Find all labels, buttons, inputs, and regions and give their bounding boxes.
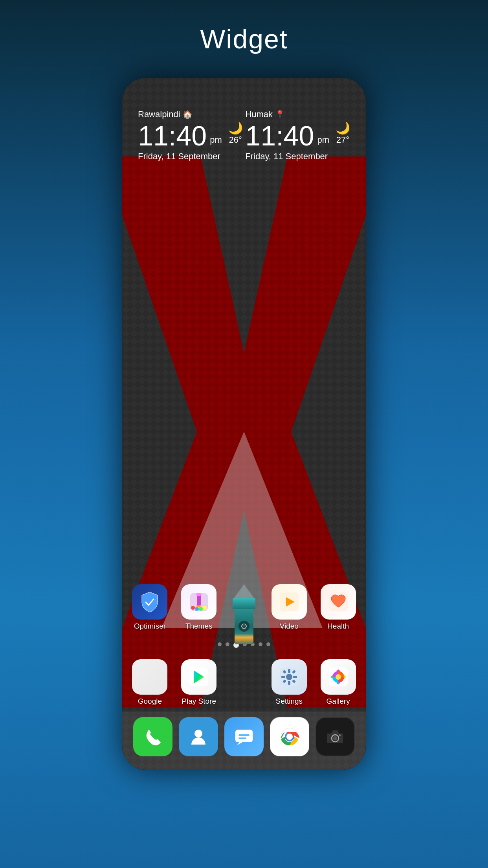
themes-label: Themes (185, 622, 213, 631)
dock-phone[interactable] (133, 717, 172, 756)
left-weather: 🌙 26° (228, 121, 243, 145)
svg-point-8 (196, 593, 202, 596)
svg-point-37 (336, 674, 341, 680)
right-weather: 🌙 27° (336, 121, 350, 145)
dock-contacts[interactable] (179, 717, 218, 756)
svg-rect-42 (238, 737, 246, 739)
contacts-app-icon (179, 717, 218, 756)
left-city-name: Rawalpindi (138, 109, 180, 120)
themes-icon-bg (181, 584, 216, 620)
playstore-icon-bg (181, 659, 216, 695)
widget-area: Rawalpindi 🏠 11:40 pm 🌙 26° Friday, 11 S… (130, 101, 358, 169)
app-optimiser[interactable]: Optimiser (132, 584, 167, 651)
contacts-svg (188, 726, 209, 747)
gallery-label: Gallery (326, 697, 350, 706)
left-time: 11:40 (138, 122, 207, 150)
svg-point-19 (286, 674, 292, 680)
settings-icon-bg (272, 659, 307, 695)
svg-rect-22 (281, 676, 285, 678)
shield-svg (140, 591, 160, 613)
video-svg (279, 592, 299, 612)
dock-messages[interactable] (224, 717, 264, 756)
phone-screen: Rawalpindi 🏠 11:40 pm 🌙 26° Friday, 11 S… (122, 78, 366, 770)
app-row-1: Optimiser (122, 581, 366, 654)
app-gallery[interactable]: Gallery (321, 659, 356, 706)
flashlight-body: ⏻ (235, 609, 253, 644)
right-city-icon: 📍 (275, 110, 285, 119)
flashlight-head (233, 598, 255, 609)
flashlight-button[interactable]: ⏻ (238, 621, 250, 632)
app-video[interactable]: Video (272, 584, 307, 651)
svg-marker-40 (237, 742, 242, 745)
power-icon: ⏻ (241, 623, 247, 630)
chrome-app-icon (270, 717, 309, 756)
right-weather-icon: 🌙 (336, 121, 350, 135)
right-time: 11:40 (245, 122, 314, 150)
svg-rect-7 (197, 594, 201, 605)
health-svg (328, 592, 349, 612)
right-city-name: Humak (245, 109, 273, 120)
app-themes[interactable]: Themes (181, 584, 216, 651)
svg-point-48 (339, 734, 341, 736)
left-ampm: pm (210, 135, 222, 145)
app-row-2: Google (122, 656, 366, 709)
phone-app-icon (133, 717, 172, 756)
settings-svg (279, 667, 299, 687)
messages-svg (234, 726, 254, 747)
settings-label: Settings (275, 697, 303, 706)
svg-point-12 (203, 606, 207, 610)
svg-point-11 (199, 607, 203, 611)
right-ampm: pm (317, 135, 329, 145)
svg-point-10 (195, 607, 199, 611)
google-label: Google (138, 697, 162, 706)
svg-point-45 (286, 734, 293, 740)
svg-point-38 (194, 730, 202, 737)
video-icon-bg (272, 584, 307, 620)
health-icon-bg (321, 584, 356, 620)
flashlight-placeholder (230, 659, 258, 706)
chrome-svg (279, 726, 300, 747)
flashlight-widget: ⏻ (230, 584, 258, 651)
playstore-svg (189, 667, 209, 687)
playstore-label: Play Store (182, 697, 216, 706)
svg-point-47 (333, 736, 337, 740)
svg-rect-41 (238, 734, 250, 736)
optimiser-icon (132, 584, 167, 620)
app-health[interactable]: Health (321, 584, 356, 651)
svg-point-9 (191, 606, 195, 610)
right-temp: 27° (336, 135, 349, 145)
left-weather-icon: 🌙 (228, 121, 243, 135)
right-location: Humak 📍 (245, 109, 350, 120)
right-clock-row: 11:40 pm 🌙 27° (245, 121, 350, 150)
svg-rect-20 (288, 669, 290, 673)
apps-section: Optimiser (122, 581, 366, 709)
app-flashlight[interactable]: ⏻ (230, 584, 258, 651)
page-title: Widget (200, 24, 288, 54)
left-date: Friday, 11 September (138, 151, 243, 162)
app-settings[interactable]: Settings (272, 659, 307, 706)
gallery-icon-bg (321, 659, 356, 695)
messages-app-icon (224, 717, 264, 756)
bottom-dock (122, 712, 366, 770)
left-clock-row: 11:40 pm 🌙 26° (138, 121, 243, 150)
camera-svg (325, 726, 345, 747)
dock-camera[interactable] (316, 717, 355, 756)
left-location: Rawalpindi 🏠 (138, 109, 243, 120)
video-label: Video (280, 622, 299, 631)
health-label: Health (327, 622, 349, 631)
right-clock-widget: Humak 📍 11:40 pm 🌙 27° Friday, 11 Septem… (245, 109, 350, 162)
app-playstore[interactable]: Play Store (181, 659, 216, 706)
svg-rect-21 (288, 681, 290, 685)
app-google[interactable]: Google (132, 659, 167, 706)
themes-svg (188, 591, 210, 613)
left-city-icon: 🏠 (183, 110, 193, 119)
left-temp: 26° (229, 135, 242, 145)
svg-rect-23 (293, 676, 297, 678)
phone-mockup: Rawalpindi 🏠 11:40 pm 🌙 26° Friday, 11 S… (122, 78, 366, 770)
right-date: Friday, 11 September (245, 151, 350, 162)
flashlight-beam (234, 584, 254, 598)
camera-app-icon (316, 717, 355, 756)
dock-chrome[interactable] (270, 717, 309, 756)
google-icon-bg (132, 659, 167, 695)
gallery-svg (328, 667, 349, 687)
